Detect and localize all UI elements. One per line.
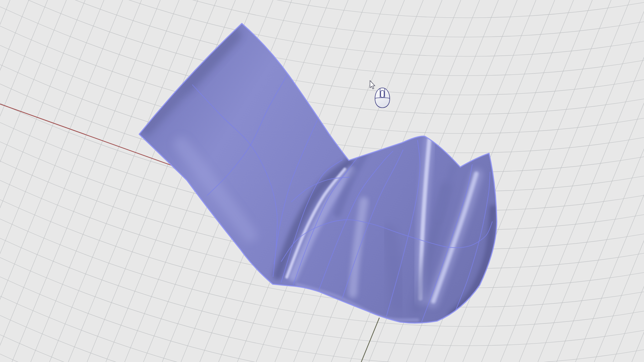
viewport-3d[interactable] (0, 0, 644, 362)
mouse-scroll-wheel (381, 91, 384, 98)
viewport-canvas[interactable] (0, 0, 644, 362)
mouse-orbit-indicator-icon (375, 88, 390, 108)
